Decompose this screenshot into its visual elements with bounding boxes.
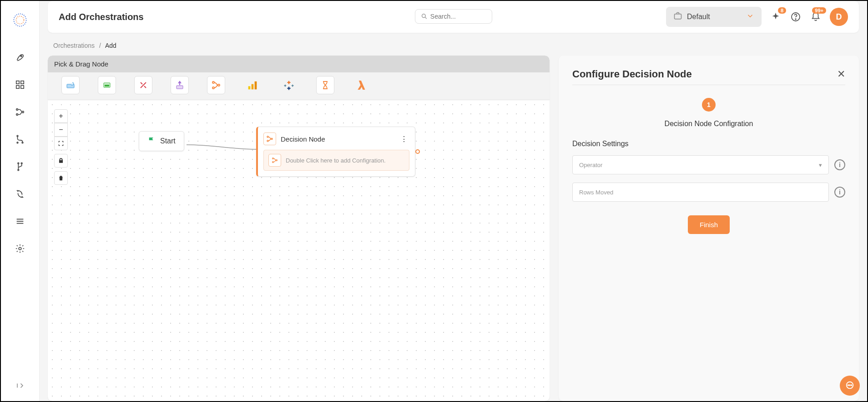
- chevron-down-icon: [746, 12, 754, 22]
- palette-item-data[interactable]: [61, 76, 80, 94]
- zoom-in-button[interactable]: +: [54, 109, 68, 123]
- edge-start-to-decision: [187, 136, 259, 154]
- svg-point-14: [21, 163, 22, 164]
- palette-item-lambda[interactable]: [353, 76, 371, 94]
- svg-point-31: [218, 84, 220, 86]
- search-input-wrap[interactable]: [415, 9, 492, 24]
- svg-point-35: [267, 136, 268, 137]
- fit-button[interactable]: [54, 137, 68, 150]
- palette-item-sql[interactable]: [98, 76, 116, 94]
- svg-rect-6: [21, 86, 24, 88]
- palette-item-timer[interactable]: [316, 76, 334, 94]
- svg-point-1: [16, 16, 24, 24]
- workspace-label: Default: [687, 13, 742, 21]
- step-indicator: 1: [702, 98, 716, 112]
- svg-rect-27: [105, 85, 109, 87]
- svg-rect-34: [255, 81, 257, 90]
- caret-down-icon: ▾: [819, 162, 822, 168]
- close-icon[interactable]: ✕: [837, 68, 845, 80]
- svg-point-9: [22, 111, 24, 113]
- list-icon[interactable]: [14, 215, 26, 228]
- decision-hint-text: Double Click here to add Configration.: [286, 157, 386, 164]
- svg-point-13: [18, 163, 19, 164]
- svg-point-19: [19, 247, 21, 250]
- step-label: Decision Node Configration: [572, 120, 845, 128]
- svg-point-8: [16, 114, 18, 116]
- palette-item-powerbi[interactable]: [243, 76, 262, 94]
- collapse-icon[interactable]: [14, 379, 26, 392]
- breadcrumb-root[interactable]: Orchestrations: [53, 42, 95, 49]
- flow-icon[interactable]: [14, 106, 26, 118]
- svg-point-39: [273, 162, 274, 163]
- help-icon[interactable]: [790, 11, 802, 23]
- section-label: Decision Settings: [572, 140, 845, 148]
- merge-icon[interactable]: [14, 133, 26, 146]
- svg-rect-5: [16, 86, 19, 88]
- operator-select[interactable]: Operator ▾: [572, 155, 829, 174]
- avatar[interactable]: D: [830, 8, 848, 26]
- lock-button[interactable]: [54, 154, 68, 168]
- bell-icon[interactable]: 99+: [810, 11, 822, 23]
- bell-badge: 99+: [812, 7, 826, 14]
- palette-item-decision[interactable]: [207, 76, 225, 94]
- chat-fab[interactable]: [840, 376, 860, 396]
- settings-icon[interactable]: [14, 242, 26, 255]
- decision-node[interactable]: Decision Node ⋮ Double Click here to add…: [256, 127, 415, 177]
- node-palette: [48, 72, 550, 100]
- svg-point-30: [212, 87, 214, 89]
- svg-point-11: [17, 142, 18, 143]
- node-menu-icon[interactable]: ⋮: [399, 133, 409, 145]
- canvas[interactable]: + − Start Decision Node: [48, 100, 550, 401]
- sparkle-badge: 8: [778, 7, 786, 14]
- zoom-out-button[interactable]: −: [54, 123, 68, 137]
- sync-icon[interactable]: [14, 188, 26, 200]
- svg-point-15: [18, 169, 19, 171]
- sparkle-icon[interactable]: 8: [770, 11, 782, 23]
- branch-icon[interactable]: [14, 160, 26, 173]
- svg-rect-33: [252, 84, 254, 90]
- search-input[interactable]: [430, 13, 486, 20]
- svg-point-37: [271, 138, 273, 140]
- svg-point-24: [795, 19, 796, 20]
- palette-item-upload[interactable]: [171, 76, 189, 94]
- svg-point-2: [20, 56, 22, 57]
- flag-icon: [147, 136, 156, 146]
- start-node[interactable]: Start: [139, 131, 184, 151]
- rows-moved-input[interactable]: Rows Moved: [572, 183, 829, 202]
- decision-icon: [268, 154, 281, 167]
- node-output-port[interactable]: [415, 149, 420, 154]
- svg-line-21: [425, 17, 426, 19]
- svg-point-7: [16, 109, 18, 111]
- svg-rect-22: [675, 14, 681, 19]
- svg-point-12: [22, 142, 23, 143]
- dashboard-icon[interactable]: [14, 78, 26, 91]
- start-label: Start: [160, 137, 176, 145]
- rows-placeholder: Rows Moved: [579, 189, 613, 196]
- info-icon[interactable]: i: [834, 159, 845, 170]
- palette-item-transform[interactable]: [134, 76, 152, 94]
- canvas-panel: Pick & Drag Node + −: [48, 56, 550, 401]
- app-logo: [12, 12, 28, 28]
- svg-rect-3: [16, 81, 19, 84]
- finish-button[interactable]: Finish: [688, 215, 730, 234]
- briefcase-icon: [673, 11, 682, 22]
- svg-point-43: [849, 385, 850, 386]
- delete-button[interactable]: [54, 171, 68, 185]
- info-icon[interactable]: i: [834, 187, 845, 198]
- workspace-select[interactable]: Default: [666, 7, 762, 27]
- sidebar: [1, 1, 40, 401]
- svg-rect-28: [177, 86, 183, 89]
- decision-icon: [263, 132, 276, 145]
- svg-point-38: [273, 158, 274, 159]
- operator-placeholder: Operator: [579, 162, 602, 168]
- rocket-icon[interactable]: [14, 51, 26, 64]
- svg-point-44: [851, 385, 852, 386]
- breadcrumb-current: Add: [105, 42, 116, 49]
- decision-config-hint[interactable]: Double Click here to add Configration.: [263, 150, 409, 171]
- palette-item-tableau[interactable]: [280, 76, 298, 94]
- breadcrumb: Orchestrations / Add: [40, 33, 867, 56]
- svg-point-36: [267, 140, 268, 142]
- svg-point-29: [212, 81, 214, 83]
- svg-point-40: [276, 160, 278, 161]
- config-panel: Configure Decision Node ✕ 1 Decision Nod…: [559, 56, 859, 401]
